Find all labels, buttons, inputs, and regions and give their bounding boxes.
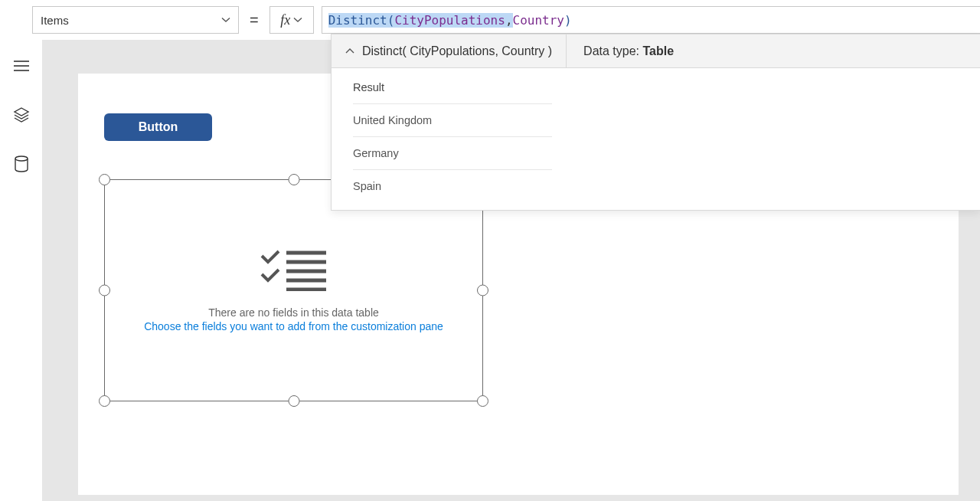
property-dropdown-value: Items [41, 14, 69, 27]
svg-point-4 [15, 156, 28, 161]
data-table-control[interactable]: There are no fields in this data table C… [104, 179, 483, 401]
insert-button[interactable] [9, 103, 34, 127]
formula-token: ) [564, 13, 572, 28]
chevron-down-icon [293, 15, 302, 25]
resize-handle-bm[interactable] [288, 395, 299, 407]
result-row[interactable]: United Kingdom [353, 104, 552, 137]
result-row[interactable]: Germany [353, 137, 552, 170]
tree-view-button[interactable] [9, 54, 34, 78]
formula-input[interactable]: Distinct( CityPopulations, Country ) [322, 6, 980, 34]
formula-token: , [505, 13, 513, 28]
resize-handle-br[interactable] [477, 395, 488, 407]
formula-expression-text: Distinct( CityPopulations, Country ) [362, 44, 552, 58]
resize-handle-tm[interactable] [288, 174, 299, 185]
menu-icon [14, 60, 29, 72]
formula-token: Country [513, 13, 564, 28]
formula-token: Distinct( [328, 13, 395, 28]
formula-result-panel: Distinct( CityPopulations, Country ) Dat… [331, 34, 980, 211]
left-rail [0, 40, 43, 501]
datatype-value: Table [642, 44, 674, 57]
result-row[interactable]: Spain [353, 170, 552, 202]
chevron-down-icon [221, 15, 230, 25]
fx-label: fx [280, 12, 290, 28]
canvas-button-label: Button [139, 120, 178, 134]
formula-result-header: Distinct( CityPopulations, Country ) Dat… [332, 34, 980, 68]
formula-expression-cell[interactable]: Distinct( CityPopulations, Country ) [332, 34, 567, 67]
resize-handle-tl[interactable] [99, 174, 110, 185]
layers-icon [13, 106, 30, 123]
formula-result-rows: ResultUnited KingdomGermanySpain [332, 68, 980, 210]
formula-datatype: Data type: Table [567, 44, 691, 58]
formula-bar: Items = fx Distinct( CityPopulations, Co… [32, 6, 980, 34]
chevron-up-icon [345, 47, 354, 56]
formula-token: CityPopulations [394, 13, 505, 28]
resize-handle-bl[interactable] [99, 395, 110, 407]
checklist-icon [260, 248, 328, 294]
data-table-empty-line2[interactable]: Choose the fields you want to add from t… [144, 320, 443, 332]
resize-handle-ml[interactable] [99, 285, 110, 296]
data-table-empty-line1: There are no fields in this data table [208, 306, 379, 319]
datatype-label: Data type: [583, 44, 639, 57]
canvas-button-control[interactable]: Button [104, 113, 212, 141]
property-dropdown[interactable]: Items [32, 6, 239, 34]
fx-button[interactable]: fx [270, 6, 314, 34]
data-sources-button[interactable] [9, 152, 34, 176]
equals-sign: = [247, 11, 262, 29]
data-table-empty-state: There are no fields in this data table C… [105, 180, 482, 401]
result-column-header: Result [353, 71, 552, 104]
resize-handle-mr[interactable] [477, 285, 488, 296]
data-icon [14, 156, 29, 172]
svg-marker-3 [15, 108, 28, 116]
